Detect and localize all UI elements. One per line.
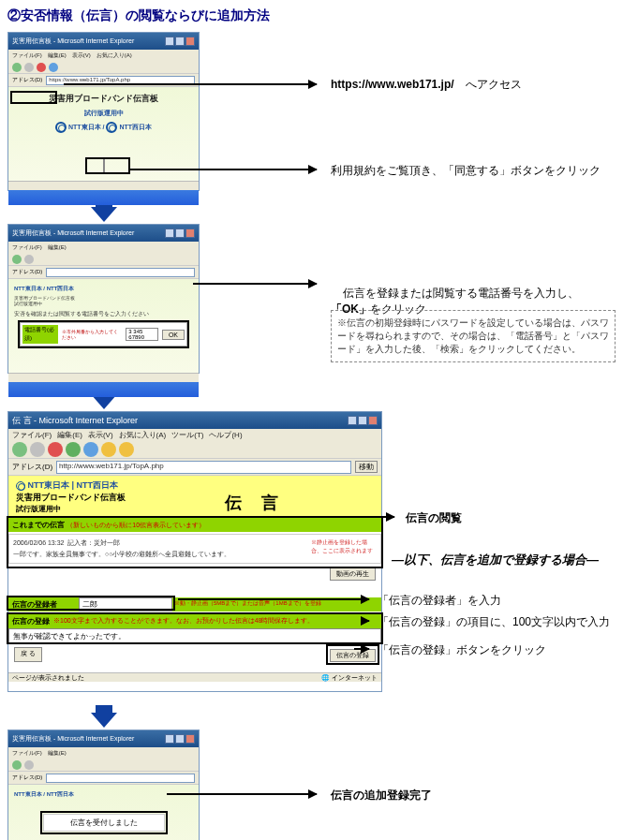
page-title: ②安否情報（伝言）の閲覧ならびに追加方法 [7, 7, 616, 24]
window-title-text: 災害用伝言板 - Microsoft Internet Explorer [12, 37, 134, 46]
down-arrow-icon [7, 705, 200, 728]
address-input: http://www.web171.jp/TopA.php [56, 461, 351, 474]
menu-bar: ファイル(F) 編集(E) [8, 242, 199, 253]
side-note: ※静止画を登録した場合、ここに表示されます [311, 538, 377, 559]
msg-body: 一郎です。家族全員無事です。○○小学校の避難所へ全員避難しています。 [13, 550, 305, 559]
green-bar-history: これまでの伝言 （新しいものから順に10伝言表示しています） [8, 518, 381, 532]
arrow-icon [193, 283, 317, 285]
annotation-url: https://www.web171.jp/ へアクセス [331, 77, 522, 93]
maximize-icon [175, 37, 185, 46]
go-button: 移動 [355, 461, 378, 473]
note-password: ※伝言の初期登録時にパスワードを設定している場合は、パスワードを尋ねられますので… [331, 310, 616, 362]
screenshot-step4: 災害用伝言板 - Microsoft Internet Explorer ファイ… [7, 729, 200, 840]
screenshot-step3: 伝 言 - Microsoft Internet Explorer ファイル(F… [7, 411, 382, 692]
menu-bar: ファイル(F) 編集(E) 表示(V) お気に入り(A) [8, 50, 199, 61]
window-titlebar: 災害用伝言板 - Microsoft Internet Explorer [8, 225, 199, 242]
back-button: 戻 る [14, 647, 42, 662]
status-bar [8, 181, 199, 190]
forward-icon [24, 63, 34, 72]
arrow-icon [129, 169, 317, 170]
brand-title: 災害用ブロードバンド伝言板 [49, 94, 158, 103]
favorites-icon [119, 442, 134, 457]
menu-bar: ファイル(F) 編集(E) 表示(V) お気に入り(A) ツール(T) ヘルプ(… [8, 429, 381, 440]
home-icon [83, 442, 98, 457]
window-titlebar: 伝 言 - Microsoft Internet Explorer [8, 412, 381, 429]
window-titlebar: 災害用伝言板 - Microsoft Internet Explorer [8, 33, 199, 50]
annotation-view: 伝言の閲覧 [406, 510, 462, 526]
refresh-icon [66, 442, 81, 457]
ntt-logo-icon [55, 122, 67, 133]
play-button: 動画の再生 [330, 567, 376, 581]
refresh-icon [49, 63, 58, 72]
back-icon [12, 255, 22, 264]
stop-icon [48, 442, 63, 457]
arrow-icon [362, 620, 369, 622]
msg-timestamp: 2006/02/06 13:32 [13, 539, 65, 546]
taskbar [8, 190, 199, 205]
screenshot-step1: 災害用伝言板 - Microsoft Internet Explorer ファイ… [7, 32, 200, 191]
annotation-done: 伝言の追加登録完了 [331, 788, 432, 803]
annotation-agree: 利用規約をご覧頂き、「同意する」ボタンをクリック [331, 163, 601, 179]
arrow-icon [362, 516, 394, 518]
annotation-author: 「伝言の登録者」を入力 [378, 593, 501, 609]
heading-dengon: 伝 言 [137, 492, 374, 514]
annotation-100chars: 「伝言の登録」の項目に、100文字以内で入力 [378, 614, 610, 630]
search-icon [101, 442, 116, 457]
window-title-large: 伝 言 - Microsoft Internet Explorer [12, 415, 138, 427]
close-icon [185, 37, 195, 46]
ntt-logo-icon [106, 122, 117, 133]
toolbar [8, 61, 199, 74]
arrow-icon [167, 793, 317, 795]
minimize-icon [165, 37, 174, 46]
annotation-submit: 「伝言の登録」ボタンをクリック [378, 642, 546, 658]
stop-icon [37, 63, 46, 72]
ntt-east-label: NTT東日本 [68, 124, 101, 130]
ntt-west-label: NTT西日本 [119, 124, 152, 130]
brand-subtitle: 試行版運用中 [12, 107, 195, 120]
arrow-icon [64, 83, 317, 85]
back-icon [12, 63, 22, 72]
screenshot-step2: 災害用伝言板 - Microsoft Internet Explorer ファイ… [7, 224, 200, 374]
forward-icon [30, 442, 45, 457]
arrow-icon [178, 598, 369, 600]
arrow-icon [354, 648, 369, 650]
back-icon [12, 442, 27, 457]
small-brand-line: NTT東日本 / NTT西日本 [12, 283, 195, 295]
annotation-section-head: ―以下、伝言を追加で登録する場合― [392, 552, 599, 568]
brand-top: NTT東日本 | NTT西日本 [16, 479, 374, 492]
